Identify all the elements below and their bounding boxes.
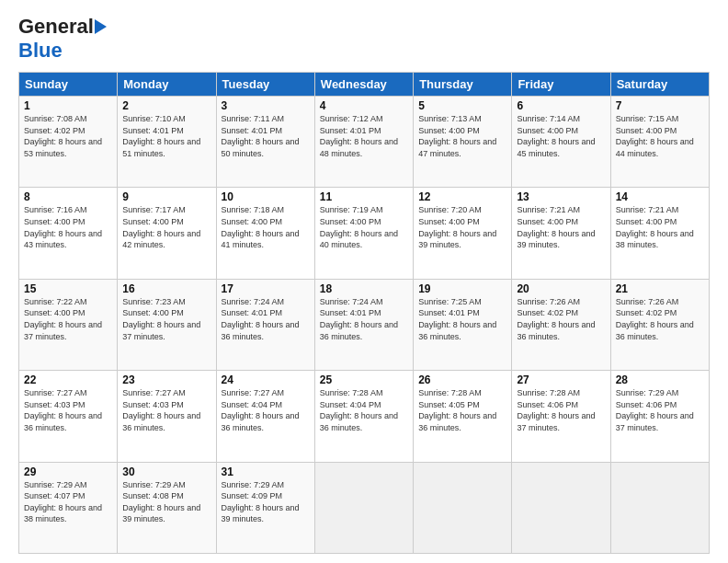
day-info: Sunrise: 7:13 AMSunset: 4:00 PMDaylight:… <box>418 114 496 158</box>
day-info: Sunrise: 7:16 AMSunset: 4:00 PMDaylight:… <box>24 205 102 249</box>
col-header-friday: Friday <box>512 73 610 97</box>
day-number: 30 <box>122 465 210 478</box>
day-cell: 27 Sunrise: 7:28 AMSunset: 4:06 PMDaylig… <box>512 371 610 462</box>
logo: General Blue <box>18 15 107 63</box>
day-number: 4 <box>320 99 408 112</box>
day-number: 15 <box>24 282 112 295</box>
day-number: 23 <box>122 373 210 386</box>
day-info: Sunrise: 7:17 AMSunset: 4:00 PMDaylight:… <box>122 205 200 249</box>
day-info: Sunrise: 7:26 AMSunset: 4:02 PMDaylight:… <box>616 297 694 341</box>
day-cell: 8 Sunrise: 7:16 AMSunset: 4:00 PMDayligh… <box>19 188 118 279</box>
col-header-monday: Monday <box>118 73 216 97</box>
day-cell: 24 Sunrise: 7:27 AMSunset: 4:04 PMDaylig… <box>216 371 314 462</box>
day-number: 21 <box>616 282 704 295</box>
day-info: Sunrise: 7:28 AMSunset: 4:04 PMDaylight:… <box>320 388 398 432</box>
day-number: 10 <box>222 190 310 203</box>
day-cell: 26 Sunrise: 7:28 AMSunset: 4:05 PMDaylig… <box>414 371 512 462</box>
day-info: Sunrise: 7:15 AMSunset: 4:00 PMDaylight:… <box>616 114 694 158</box>
day-cell: 22 Sunrise: 7:27 AMSunset: 4:03 PMDaylig… <box>19 371 118 462</box>
page: General Blue SundayMondayTuesdayWednesda… <box>0 0 728 563</box>
week-row-1: 1 Sunrise: 7:08 AMSunset: 4:02 PMDayligh… <box>19 97 710 188</box>
day-info: Sunrise: 7:18 AMSunset: 4:00 PMDaylight:… <box>222 205 300 249</box>
day-cell: 6 Sunrise: 7:14 AMSunset: 4:00 PMDayligh… <box>512 97 610 188</box>
day-cell: 31 Sunrise: 7:29 AMSunset: 4:09 PMDaylig… <box>216 462 314 553</box>
day-cell: 7 Sunrise: 7:15 AMSunset: 4:00 PMDayligh… <box>610 97 709 188</box>
col-header-tuesday: Tuesday <box>216 73 314 97</box>
day-cell <box>610 462 709 553</box>
day-info: Sunrise: 7:11 AMSunset: 4:01 PMDaylight:… <box>222 114 300 158</box>
day-cell: 14 Sunrise: 7:21 AMSunset: 4:00 PMDaylig… <box>610 188 709 279</box>
day-info: Sunrise: 7:14 AMSunset: 4:00 PMDaylight:… <box>517 114 595 158</box>
day-number: 19 <box>418 282 506 295</box>
day-info: Sunrise: 7:19 AMSunset: 4:00 PMDaylight:… <box>320 205 398 249</box>
day-number: 3 <box>222 99 310 112</box>
day-cell: 9 Sunrise: 7:17 AMSunset: 4:00 PMDayligh… <box>118 188 216 279</box>
day-cell: 5 Sunrise: 7:13 AMSunset: 4:00 PMDayligh… <box>414 97 512 188</box>
day-cell: 21 Sunrise: 7:26 AMSunset: 4:02 PMDaylig… <box>610 279 709 370</box>
day-cell <box>314 462 413 553</box>
header: General Blue <box>18 15 710 63</box>
day-cell: 25 Sunrise: 7:28 AMSunset: 4:04 PMDaylig… <box>314 371 413 462</box>
day-cell: 18 Sunrise: 7:24 AMSunset: 4:01 PMDaylig… <box>314 279 413 370</box>
day-number: 8 <box>24 190 112 203</box>
day-number: 27 <box>517 373 605 386</box>
day-cell: 30 Sunrise: 7:29 AMSunset: 4:08 PMDaylig… <box>118 462 216 553</box>
day-cell <box>414 462 512 553</box>
day-info: Sunrise: 7:28 AMSunset: 4:06 PMDaylight:… <box>517 388 595 432</box>
day-cell: 28 Sunrise: 7:29 AMSunset: 4:06 PMDaylig… <box>610 371 709 462</box>
day-number: 11 <box>320 190 408 203</box>
day-info: Sunrise: 7:28 AMSunset: 4:05 PMDaylight:… <box>418 388 496 432</box>
day-number: 1 <box>24 99 112 112</box>
day-number: 18 <box>320 282 408 295</box>
day-info: Sunrise: 7:29 AMSunset: 4:06 PMDaylight:… <box>616 388 694 432</box>
day-cell: 3 Sunrise: 7:11 AMSunset: 4:01 PMDayligh… <box>216 97 314 188</box>
day-number: 29 <box>24 465 112 478</box>
day-cell: 19 Sunrise: 7:25 AMSunset: 4:01 PMDaylig… <box>414 279 512 370</box>
logo-arrow-icon <box>95 19 107 34</box>
col-header-thursday: Thursday <box>414 73 512 97</box>
day-cell: 17 Sunrise: 7:24 AMSunset: 4:01 PMDaylig… <box>216 279 314 370</box>
calendar: SundayMondayTuesdayWednesdayThursdayFrid… <box>18 72 710 554</box>
day-number: 26 <box>418 373 506 386</box>
calendar-header-row: SundayMondayTuesdayWednesdayThursdayFrid… <box>19 73 710 97</box>
week-row-4: 22 Sunrise: 7:27 AMSunset: 4:03 PMDaylig… <box>19 371 710 462</box>
day-number: 24 <box>222 373 310 386</box>
day-info: Sunrise: 7:23 AMSunset: 4:00 PMDaylight:… <box>122 297 200 341</box>
col-header-sunday: Sunday <box>19 73 118 97</box>
day-info: Sunrise: 7:29 AMSunset: 4:07 PMDaylight:… <box>24 480 102 524</box>
day-cell: 15 Sunrise: 7:22 AMSunset: 4:00 PMDaylig… <box>19 279 118 370</box>
day-cell: 29 Sunrise: 7:29 AMSunset: 4:07 PMDaylig… <box>19 462 118 553</box>
col-header-wednesday: Wednesday <box>314 73 413 97</box>
day-info: Sunrise: 7:24 AMSunset: 4:01 PMDaylight:… <box>222 297 300 341</box>
day-info: Sunrise: 7:25 AMSunset: 4:01 PMDaylight:… <box>418 297 496 341</box>
day-info: Sunrise: 7:29 AMSunset: 4:08 PMDaylight:… <box>122 480 200 524</box>
week-row-5: 29 Sunrise: 7:29 AMSunset: 4:07 PMDaylig… <box>19 462 710 553</box>
day-info: Sunrise: 7:27 AMSunset: 4:03 PMDaylight:… <box>24 388 102 432</box>
day-info: Sunrise: 7:10 AMSunset: 4:01 PMDaylight:… <box>122 114 200 158</box>
day-number: 31 <box>222 465 310 478</box>
logo-blue-text: Blue <box>18 39 63 62</box>
day-cell: 23 Sunrise: 7:27 AMSunset: 4:03 PMDaylig… <box>118 371 216 462</box>
day-info: Sunrise: 7:26 AMSunset: 4:02 PMDaylight:… <box>517 297 595 341</box>
day-info: Sunrise: 7:27 AMSunset: 4:04 PMDaylight:… <box>222 388 300 432</box>
day-number: 16 <box>122 282 210 295</box>
day-number: 28 <box>616 373 704 386</box>
day-info: Sunrise: 7:08 AMSunset: 4:02 PMDaylight:… <box>24 114 102 158</box>
day-cell: 13 Sunrise: 7:21 AMSunset: 4:00 PMDaylig… <box>512 188 610 279</box>
day-info: Sunrise: 7:27 AMSunset: 4:03 PMDaylight:… <box>122 388 200 432</box>
week-row-3: 15 Sunrise: 7:22 AMSunset: 4:00 PMDaylig… <box>19 279 710 370</box>
day-number: 6 <box>517 99 605 112</box>
day-cell: 20 Sunrise: 7:26 AMSunset: 4:02 PMDaylig… <box>512 279 610 370</box>
col-header-saturday: Saturday <box>610 73 709 97</box>
day-cell: 2 Sunrise: 7:10 AMSunset: 4:01 PMDayligh… <box>118 97 216 188</box>
day-info: Sunrise: 7:20 AMSunset: 4:00 PMDaylight:… <box>418 205 496 249</box>
day-number: 2 <box>122 99 210 112</box>
day-cell: 12 Sunrise: 7:20 AMSunset: 4:00 PMDaylig… <box>414 188 512 279</box>
day-number: 7 <box>616 99 704 112</box>
day-number: 17 <box>222 282 310 295</box>
day-info: Sunrise: 7:21 AMSunset: 4:00 PMDaylight:… <box>517 205 595 249</box>
day-info: Sunrise: 7:22 AMSunset: 4:00 PMDaylight:… <box>24 297 102 341</box>
logo-text: General <box>18 15 94 39</box>
day-info: Sunrise: 7:29 AMSunset: 4:09 PMDaylight:… <box>222 480 300 524</box>
day-info: Sunrise: 7:24 AMSunset: 4:01 PMDaylight:… <box>320 297 398 341</box>
